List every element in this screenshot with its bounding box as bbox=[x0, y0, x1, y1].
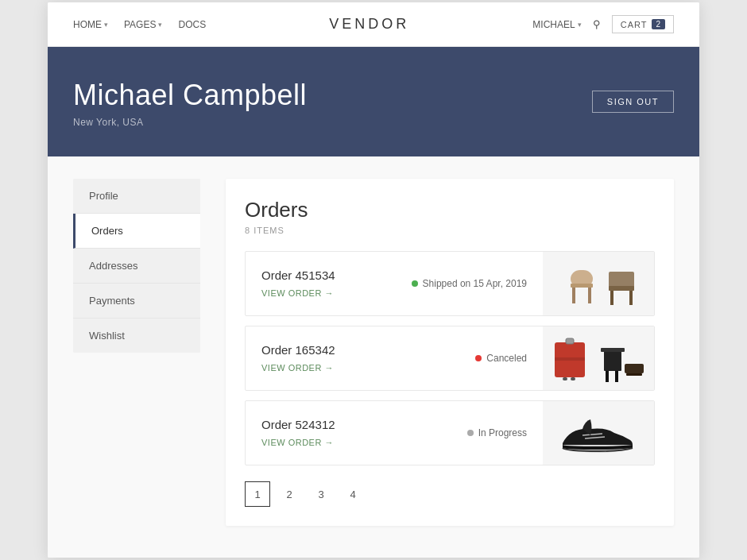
order-status-2: Canceled bbox=[459, 353, 543, 364]
cart-label: CART bbox=[621, 20, 648, 29]
order-number-3: Order 524312 bbox=[261, 418, 435, 431]
home-chevron-icon: ▾ bbox=[104, 21, 108, 29]
svg-rect-5 bbox=[572, 288, 575, 303]
sidebar-item-payments[interactable]: Payments bbox=[73, 284, 200, 319]
sidebar-item-addresses[interactable]: Addresses bbox=[73, 249, 200, 284]
page-button-1[interactable]: 1 bbox=[245, 481, 270, 507]
orders-title: Orders bbox=[245, 198, 655, 222]
view-order-link-3[interactable]: VIEW ORDER → bbox=[261, 438, 334, 447]
svg-rect-17 bbox=[625, 364, 644, 373]
status-text-1: Shipped on 15 Apr, 2019 bbox=[423, 278, 527, 289]
pagination: 1 2 3 4 bbox=[245, 481, 655, 507]
brand-logo: VENDOR bbox=[206, 16, 532, 33]
status-dot-2 bbox=[475, 355, 482, 361]
svg-rect-1 bbox=[610, 291, 613, 305]
sidebar-addresses-label: Addresses bbox=[89, 260, 137, 272]
status-dot-3 bbox=[467, 430, 474, 436]
sidebar-item-profile[interactable]: Profile bbox=[73, 179, 200, 214]
svg-rect-12 bbox=[571, 377, 575, 380]
pages-chevron-icon: ▾ bbox=[158, 21, 162, 29]
sidebar-orders-label: Orders bbox=[91, 225, 123, 237]
order-card-1: Order 451534 VIEW ORDER → Shipped on 15 … bbox=[245, 251, 655, 316]
order-card-2: Order 165342 VIEW ORDER → Canceled bbox=[245, 326, 655, 391]
nav-home[interactable]: HOME ▾ bbox=[73, 19, 108, 30]
svg-rect-15 bbox=[606, 371, 609, 382]
svg-rect-13 bbox=[604, 350, 621, 371]
user-menu[interactable]: MICHAEL ▾ bbox=[532, 19, 581, 30]
order-image-3 bbox=[543, 401, 654, 465]
hero-name: Michael Campbell bbox=[73, 79, 674, 112]
page-button-4[interactable]: 4 bbox=[340, 481, 366, 507]
nav-docs[interactable]: DOCS bbox=[178, 19, 206, 30]
hero-location: New York, USA bbox=[73, 117, 674, 128]
orders-panel: Orders 8 ITEMS Order 451534 VIEW ORDER →… bbox=[226, 179, 674, 526]
sidebar-payments-label: Payments bbox=[89, 295, 135, 307]
order-number-2: Order 165342 bbox=[261, 343, 443, 357]
svg-rect-9 bbox=[566, 338, 574, 344]
hero-section: Michael Campbell New York, USA SIGN OUT bbox=[48, 47, 699, 156]
sign-out-button[interactable]: SIGN OUT bbox=[592, 91, 674, 113]
docs-label: DOCS bbox=[178, 19, 206, 30]
user-chevron-icon: ▾ bbox=[578, 21, 582, 29]
svg-rect-14 bbox=[601, 348, 625, 352]
nav-pages[interactable]: PAGES ▾ bbox=[124, 19, 162, 30]
svg-rect-6 bbox=[588, 288, 591, 303]
order-info-3: Order 524312 VIEW ORDER → bbox=[246, 405, 451, 462]
sidebar-profile-label: Profile bbox=[89, 190, 118, 202]
svg-rect-10 bbox=[555, 357, 585, 361]
svg-rect-16 bbox=[615, 371, 618, 382]
order-status-1: Shipped on 15 Apr, 2019 bbox=[396, 278, 543, 289]
order-card-3: Order 524312 VIEW ORDER → In Progress bbox=[245, 400, 655, 465]
order-number-1: Order 451534 bbox=[261, 268, 380, 282]
order-image-1 bbox=[543, 252, 654, 315]
search-icon[interactable]: ⚲ bbox=[593, 18, 601, 30]
cart-button[interactable]: CART 2 bbox=[612, 15, 674, 33]
pages-label: PAGES bbox=[124, 19, 156, 30]
navbar: HOME ▾ PAGES ▾ DOCS VENDOR MICHAEL ▾ ⚲ C… bbox=[48, 2, 699, 47]
svg-rect-11 bbox=[563, 377, 567, 380]
user-label: MICHAEL bbox=[532, 19, 575, 30]
view-order-link-2[interactable]: VIEW ORDER → bbox=[261, 363, 334, 373]
nav-left: HOME ▾ PAGES ▾ DOCS bbox=[73, 19, 206, 30]
orders-count: 8 ITEMS bbox=[245, 226, 655, 235]
sidebar: Profile Orders Addresses Payments Wishli… bbox=[73, 179, 200, 353]
page-button-3[interactable]: 3 bbox=[308, 481, 334, 507]
view-order-link-1[interactable]: VIEW ORDER → bbox=[261, 288, 334, 298]
page-button-2[interactable]: 2 bbox=[277, 481, 302, 507]
order-info-2: Order 165342 VIEW ORDER → bbox=[246, 330, 459, 387]
cart-count-badge: 2 bbox=[652, 19, 665, 29]
page-wrapper: HOME ▾ PAGES ▾ DOCS VENDOR MICHAEL ▾ ⚲ C… bbox=[48, 2, 699, 558]
svg-rect-18 bbox=[626, 373, 642, 376]
status-text-2: Canceled bbox=[486, 353, 527, 364]
main-content: Profile Orders Addresses Payments Wishli… bbox=[48, 156, 699, 558]
nav-right: MICHAEL ▾ ⚲ CART 2 bbox=[532, 15, 674, 33]
order-image-2 bbox=[543, 326, 654, 390]
order-status-3: In Progress bbox=[451, 427, 543, 438]
order-info-1: Order 451534 VIEW ORDER → bbox=[246, 256, 396, 312]
svg-rect-7 bbox=[571, 284, 593, 288]
svg-rect-2 bbox=[629, 291, 633, 305]
home-label: HOME bbox=[73, 19, 102, 30]
sidebar-wishlist-label: Wishlist bbox=[89, 330, 125, 342]
status-dot-1 bbox=[412, 280, 418, 287]
svg-rect-3 bbox=[609, 286, 634, 291]
status-text-3: In Progress bbox=[478, 427, 527, 438]
sidebar-item-wishlist[interactable]: Wishlist bbox=[73, 319, 200, 353]
sidebar-item-orders[interactable]: Orders bbox=[73, 214, 200, 249]
